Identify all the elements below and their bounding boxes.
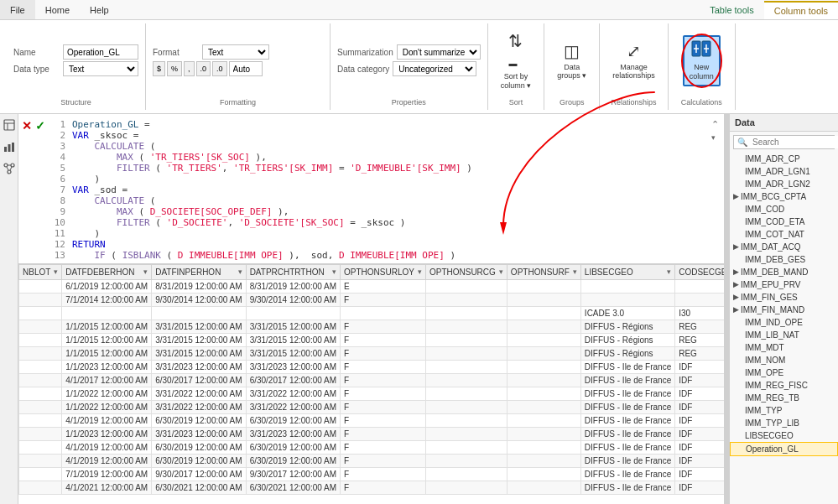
code-line-8: 8 CALCULATE ( [50, 195, 708, 206]
ribbon-group-sort: ⇅▬ Sort bycolumn ▾ Sort [488, 23, 545, 110]
tab-table-tools[interactable]: Table tools [700, 0, 764, 19]
field-item-imm_ope[interactable]: IMM_OPE [730, 366, 838, 379]
formula-editor[interactable]: 1Operation_GL = 2VAR _sksoc = 3 CALCULAT… [49, 117, 710, 260]
col-header-codsecgeo[interactable]: CODSECGEO▾ [675, 264, 724, 279]
sort-label: Sort [495, 95, 538, 107]
sidebar-icon-chart[interactable] [2, 139, 17, 154]
expand-arrow-icon: ▶ [733, 242, 739, 251]
filter-nblot[interactable]: ▾ [54, 268, 58, 276]
datatype-select[interactable]: Text [63, 61, 138, 76]
col-header-opthonsurf[interactable]: OPTHONSURF▾ [507, 264, 580, 279]
table-cell: REG [675, 333, 724, 346]
sort-btn-label: Sort bycolumn ▾ [501, 72, 532, 91]
field-group-imm_dat_acq[interactable]: ▶ IMM_DAT_ACQ [730, 241, 838, 253]
field-group-imm_epu_prv[interactable]: ▶ IMM_EPU_PRV [730, 278, 838, 291]
decrease-decimal-btn[interactable]: .0 [212, 61, 227, 76]
table-cell: 3/31/2015 12:00:00 AM [152, 333, 246, 346]
col-header-opthonsurloy[interactable]: OPTHONSURLOY▾ [341, 264, 426, 279]
field-group-imm_bcg_cpta[interactable]: ▶ IMM_BCG_CPTA [730, 190, 838, 203]
auto-input[interactable] [229, 61, 263, 76]
ribbon-content: Name Data type Text Structure [0, 20, 838, 113]
table-cell [19, 481, 62, 494]
field-item-imm_adr_lgn2[interactable]: IMM_ADR_LGN2 [730, 178, 838, 190]
summarization-select[interactable]: Don't summarize [397, 44, 481, 60]
table-row: 4/1/2017 12:00:00 AM6/30/2017 12:00:00 A… [19, 373, 725, 387]
field-item-imm_adr_lgn1[interactable]: IMM_ADR_LGN1 [730, 165, 838, 178]
filter-libsecgeo[interactable]: ▾ [667, 268, 671, 276]
tab-column-tools[interactable]: Column tools [764, 1, 838, 19]
filter-opthonsurloy[interactable]: ▾ [418, 268, 422, 276]
name-input[interactable] [63, 44, 138, 60]
field-item-imm_nom[interactable]: IMM_NOM [730, 354, 838, 366]
col-header-nblot[interactable]: NBLOT▾ [19, 264, 62, 279]
properties-content: Summarization Don't summarize Data categ… [337, 27, 481, 95]
table-cell: 6/30/2019 12:00:00 AM [246, 454, 340, 467]
table-cell [19, 467, 62, 481]
field-item-imm_reg_fisc[interactable]: IMM_REG_FISC [730, 379, 838, 392]
filter-datprchtrthon[interactable]: ▾ [332, 268, 336, 276]
new-column-icon [691, 40, 711, 61]
field-item-imm_mdt[interactable]: IMM_MDT [730, 341, 838, 354]
table-row: ICADE 3.0I30 [19, 306, 725, 320]
filter-opthonsurf[interactable]: ▾ [573, 268, 577, 276]
col-header-datfinperhon[interactable]: DATFINPERHON▾ [152, 264, 246, 279]
field-item-imm_cod_eta[interactable]: IMM_COD_ETA [730, 216, 838, 228]
data-groups-btn[interactable]: ◫ Datagroups ▾ [551, 37, 592, 86]
table-cell: F [341, 427, 426, 440]
formula-scroll-btn[interactable]: ▾ [711, 133, 719, 142]
table-cell: DIFFUS - Ile de France [580, 413, 674, 427]
manage-relationships-btn[interactable]: ⤢ Managerelationships [606, 37, 661, 86]
table-row: 1/1/2022 12:00:00 AM3/31/2022 12:00:00 A… [19, 400, 725, 413]
table-cell: 6/1/2019 12:00:00 AM [62, 279, 152, 293]
comma-btn[interactable]: , [184, 61, 195, 76]
filter-opthonsurcg[interactable]: ▾ [499, 268, 503, 276]
field-group-imm_fin_mand[interactable]: ▶ IMM_FIN_MAND [730, 304, 838, 316]
table-cell [246, 306, 340, 320]
sort-by-column-btn[interactable]: ⇅▬ Sort bycolumn ▾ [495, 27, 538, 95]
field-item-imm_adr_cp[interactable]: IMM_ADR_CP [730, 153, 838, 165]
field-item-libsecgeo[interactable]: LIBSECGEO [730, 429, 838, 442]
table-cell [19, 400, 62, 413]
col-header-libsecgeo[interactable]: LIBSECGEO▾ [580, 264, 674, 279]
table-cell [507, 387, 580, 400]
tab-help[interactable]: Help [80, 0, 119, 19]
percent-btn[interactable]: % [167, 61, 182, 76]
field-item-imm_typ_lib[interactable]: IMM_TYP_LIB [730, 417, 838, 429]
currency-btn[interactable]: $ [153, 61, 165, 76]
datacategory-select[interactable]: Uncategorized [393, 61, 476, 76]
field-item-imm_cod[interactable]: IMM_COD [730, 203, 838, 216]
field-item-imm_lib_nat[interactable]: IMM_LIB_NAT [730, 329, 838, 341]
field-item-imm_reg_tb[interactable]: IMM_REG_TB [730, 392, 838, 404]
sidebar-icon-model[interactable] [2, 161, 17, 176]
table-cell: 1/1/2015 12:00:00 AM [62, 333, 152, 346]
table-cell [425, 346, 507, 360]
field-item-operation_gl[interactable]: Operation_GL [730, 442, 838, 456]
format-select[interactable]: Text [202, 44, 269, 60]
new-column-btn[interactable]: Newcolumn [683, 35, 721, 86]
field-item-imm_typ[interactable]: IMM_TYP [730, 404, 838, 417]
table-cell: 1/1/2022 12:00:00 AM [62, 387, 152, 400]
table-cell: 1/1/2023 12:00:00 AM [62, 360, 152, 373]
field-item-imm_deb_ges[interactable]: IMM_DEB_GES [730, 253, 838, 266]
field-group-imm_fin_ges[interactable]: ▶ IMM_FIN_GES [730, 291, 838, 304]
name-label: Name [13, 48, 60, 57]
sidebar-icon-table[interactable] [2, 117, 17, 132]
formula-cancel-btn[interactable]: ✕ [22, 119, 32, 132]
col-header-datprchtrthon[interactable]: DATPRCHTRTHON▾ [246, 264, 340, 279]
formula-confirm-btn[interactable]: ✓ [35, 119, 45, 132]
col-header-datfdeberhon[interactable]: DATFDEBERHON▾ [62, 264, 152, 279]
field-item-imm_cot_nat[interactable]: IMM_COT_NAT [730, 228, 838, 241]
col-header-opthonsurcg[interactable]: OPTHONSURCG▾ [425, 264, 507, 279]
field-item-imm_ind_ope[interactable]: IMM_IND_OPE [730, 316, 838, 329]
field-group-imm_deb_mand[interactable]: ▶ IMM_DEB_MAND [730, 266, 838, 278]
increase-decimal-btn[interactable]: .0 [196, 61, 211, 76]
filter-datfinperhon[interactable]: ▾ [238, 268, 242, 276]
tab-home[interactable]: Home [35, 0, 80, 19]
table-cell: F [341, 293, 426, 306]
filter-datfdeberhon[interactable]: ▾ [143, 268, 148, 276]
formula-expand-btn[interactable]: ⌃ [711, 119, 719, 130]
search-input[interactable] [751, 136, 838, 148]
table-cell [507, 413, 580, 427]
data-table-area[interactable]: NBLOT▾ DATFDEBERHON▾ DATFINPERHON▾ DATPR… [18, 264, 724, 504]
tab-file[interactable]: File [0, 0, 35, 19]
